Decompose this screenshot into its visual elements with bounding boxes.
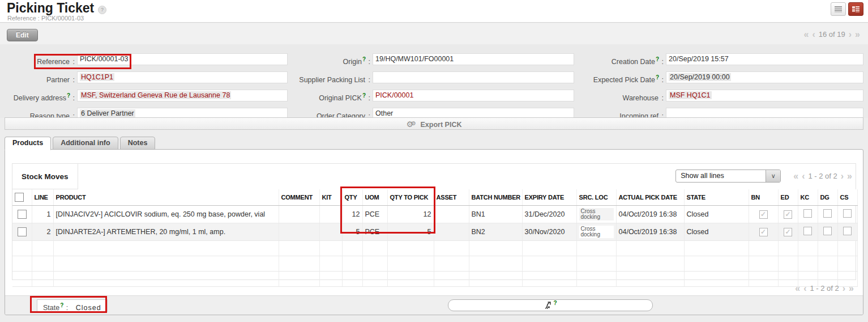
pager-prev-icon[interactable]: ‹ — [803, 285, 806, 293]
field-label-delivery-address: Delivery address? : — [3, 90, 75, 104]
pager-next-icon[interactable]: › — [849, 31, 852, 39]
field-label-expected-pick-date: Expected Pick Date? : — [576, 71, 664, 86]
col-header-uom[interactable]: UOM — [362, 189, 387, 206]
gears-icon: ⚙⚙ — [407, 120, 417, 129]
select-all-checkbox[interactable] — [15, 193, 24, 202]
cs-checkbox — [843, 227, 852, 235]
field-value-partner[interactable]: HQ1C1P1 — [77, 71, 288, 83]
pager-first-icon[interactable]: « — [795, 285, 800, 293]
title-bar: Picking Ticket ? Reference : PICK/00001-… — [0, 0, 868, 23]
record-pager-text: 16 of 19 — [819, 30, 845, 39]
row-checkbox[interactable] — [18, 210, 27, 219]
field-value-origin: 19/HQ/MW101/FO00001 — [373, 53, 574, 65]
shortcut-help-icon: ? — [553, 300, 557, 306]
record-pager: « ‹ 16 of 19 › » — [804, 30, 860, 39]
field-value-original-pick[interactable]: PICK/00001 — [373, 90, 574, 101]
col-header-product[interactable]: PRODUCT — [53, 189, 279, 206]
cell-batch-number: BN2 — [469, 223, 522, 241]
lines-pager-bottom: « ‹ 1 - 2 of 2 › » — [795, 284, 854, 293]
help-icon: ? — [656, 74, 659, 80]
cell-asset — [434, 206, 469, 223]
stock-moves-title: Stock Moves — [12, 164, 78, 189]
col-header-kc[interactable]: KC — [798, 189, 818, 206]
col-header-qty[interactable]: QTY — [342, 189, 362, 206]
cell-product: [DINJACIV2V-] ACICLOVIR sodium, eq. 250 … — [53, 206, 279, 223]
col-header-bn[interactable]: BN — [749, 189, 778, 206]
field-value-supplier-packing-list — [373, 71, 574, 83]
kc-checkbox — [803, 227, 812, 235]
cell-kit — [319, 223, 342, 241]
col-header-kit[interactable]: KIT — [319, 189, 342, 206]
field-value-warehouse[interactable]: MSF HQ1C1 — [666, 90, 863, 101]
dg-checkbox — [823, 209, 832, 218]
pager-last-icon[interactable]: » — [847, 172, 852, 180]
cell-asset — [434, 223, 469, 241]
tab-products[interactable]: Products — [5, 137, 51, 150]
cell-product: [DINJARTE2A-] ARTEMETHER, 20 mg/ml, 1 ml… — [53, 223, 279, 241]
tab-additional-info[interactable]: Additional info — [53, 137, 118, 150]
form-view-icon — [852, 6, 860, 12]
empty-row — [12, 256, 857, 272]
form-view-button[interactable] — [848, 2, 863, 16]
products-tab-panel: Stock Moves Show all lines ∨ « ‹ 1 - 2 o… — [5, 149, 863, 315]
table-row[interactable]: 2 [DINJARTE2A-] ARTEMETHER, 20 mg/ml, 1 … — [12, 223, 857, 241]
col-header-dg[interactable]: DG — [818, 189, 837, 206]
cell-kit — [319, 206, 342, 223]
export-pick-button[interactable]: ⚙⚙ Export PICK — [5, 117, 863, 130]
form-fields: Reference : PICK/00001-03 Origin? : 19/H… — [0, 44, 868, 118]
show-lines-select[interactable]: Show all lines ∨ — [675, 170, 781, 183]
cell-uom: PCE — [362, 223, 387, 241]
edit-button[interactable]: Edit — [7, 29, 38, 41]
tab-notes[interactable]: Notes — [120, 137, 156, 150]
field-label-origin: Origin? : — [290, 53, 370, 68]
title-help-icon[interactable]: ? — [98, 6, 106, 14]
pager-prev-icon[interactable]: ‹ — [802, 172, 805, 180]
pager-last-icon[interactable]: » — [855, 31, 860, 39]
cell-expiry-date: 31/Dec/2020 — [522, 206, 576, 223]
export-pick-label: Export PICK — [421, 121, 462, 129]
ed-checkbox: ✓ — [784, 228, 792, 236]
pager-first-icon[interactable]: « — [804, 31, 809, 39]
table-row[interactable]: 1 [DINJACIV2V-] ACICLOVIR sodium, eq. 25… — [12, 206, 857, 223]
pager-first-icon[interactable]: « — [793, 172, 798, 180]
cell-qty-to-pick: 12 — [387, 206, 434, 223]
col-header-qty-to-pick[interactable]: QTY TO PICK — [387, 189, 434, 206]
shortcut-input[interactable]: ? — [448, 299, 653, 311]
field-value-creation-date: 20/Sep/2019 15:57 — [666, 53, 863, 65]
list-view-button[interactable] — [831, 2, 846, 16]
cell-uom: PCE — [362, 206, 387, 223]
list-view-icon — [834, 6, 843, 12]
bn-checkbox: ✓ — [759, 228, 768, 236]
col-header-asset[interactable]: ASSET — [434, 189, 469, 206]
field-label-original-pick: Original PICK? : — [290, 90, 370, 104]
col-header-ed[interactable]: ED — [778, 189, 798, 206]
empty-row — [12, 272, 857, 287]
field-value-expected-pick-date: 20/Sep/2019 00:00 — [666, 71, 863, 83]
help-icon: ? — [60, 302, 63, 308]
field-value-delivery-address[interactable]: MSF, Switzerland Geneva Rue de Lausanne … — [77, 90, 288, 101]
cell-state: Closed — [684, 206, 749, 223]
pager-next-icon[interactable]: › — [841, 172, 844, 180]
col-header-batch-number[interactable]: BATCH NUMBER — [469, 189, 522, 206]
col-header-cs[interactable]: CS — [837, 189, 857, 206]
breadcrumb-reference: Reference : PICK/00001-03 — [7, 15, 84, 22]
help-icon: ? — [362, 92, 366, 99]
cell-comment — [279, 206, 319, 223]
col-header-comment[interactable]: COMMENT — [279, 189, 319, 206]
col-header-state[interactable]: STATE — [684, 189, 749, 206]
pager-next-icon[interactable]: › — [843, 285, 845, 293]
cell-line: 1 — [32, 206, 53, 223]
row-checkbox[interactable] — [18, 227, 27, 236]
col-header-actual-pick-date[interactable]: ACTUAL PICK DATE — [616, 189, 684, 206]
col-header-line[interactable]: LINE — [32, 189, 53, 206]
col-header-src-loc[interactable]: SRC. LOC — [576, 189, 616, 206]
shortcut-icon — [544, 301, 552, 310]
pager-last-icon[interactable]: » — [849, 285, 854, 293]
pager-prev-icon[interactable]: ‹ — [812, 31, 815, 39]
lines-pager-top: « ‹ 1 - 2 of 2 › » — [793, 172, 852, 180]
col-header-expiry-date[interactable]: EXPIRY DATE — [522, 189, 576, 206]
page-title: Picking Ticket — [7, 1, 94, 16]
bn-checkbox: ✓ — [759, 210, 768, 219]
field-label-supplier-packing-list: Supplier Packing List : — [290, 71, 370, 86]
ed-checkbox: ✓ — [784, 210, 792, 219]
